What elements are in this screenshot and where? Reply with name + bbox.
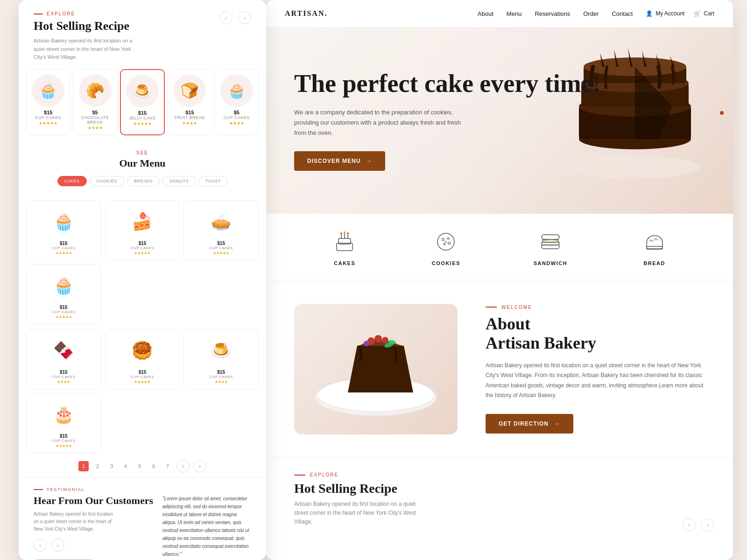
menu-item-image: 🥧 — [203, 205, 240, 238]
tab-toast[interactable]: TOAST — [198, 176, 227, 186]
dot-3[interactable] — [720, 126, 724, 130]
svg-point-21 — [347, 232, 349, 234]
tab-cookies[interactable]: COOKIES — [90, 176, 125, 186]
lp-nav-arrows: ‹ › — [219, 11, 251, 24]
table-row[interactable]: 🥧 $15 CUP CAKES ★★★★★ — [183, 200, 259, 260]
nav-link-order[interactable]: Order — [583, 10, 599, 17]
category-bread[interactable]: BREAD — [641, 228, 669, 266]
tab-donuts[interactable]: DONUTS — [162, 176, 196, 186]
test-next-arrow[interactable]: › — [51, 539, 64, 552]
explore-label: EXPLORE — [34, 11, 251, 16]
menu-item-name: CUP CAKES — [29, 310, 98, 314]
menu-item-name: CUP CAKES — [29, 246, 98, 250]
menu-item-price: $15 — [29, 370, 98, 375]
product-rating: ★★★★★ — [29, 121, 67, 126]
hero-text: The perfect cake every time! We are a co… — [294, 70, 705, 171]
account-icon: 👤 — [646, 10, 653, 17]
product-name: FRUIT BREAD — [171, 115, 208, 120]
tab-breads[interactable]: BREADS — [127, 176, 160, 186]
page-1[interactable]: 1 — [78, 461, 89, 471]
get-direction-label: GET DIRECTION — [499, 420, 549, 427]
about-section: WELCOME AboutArtisan Bakery Artisan Bake… — [266, 280, 733, 458]
category-cookies[interactable]: COOKIES — [432, 228, 460, 266]
bottom-description: Artisan Bakery opened its first location… — [294, 500, 425, 527]
table-row[interactable]: 🎂 $15 CUP CAKES ★★★★★ — [26, 393, 101, 453]
tab-cakes[interactable]: CAKES — [57, 176, 87, 186]
dot-2[interactable] — [720, 119, 724, 122]
nav-link-contact[interactable]: Contact — [612, 10, 633, 17]
menu-item-rating: ★★★★★ — [187, 251, 255, 255]
table-row[interactable]: 🍫 $15 CUP CAKES ★★★★ — [26, 329, 101, 389]
table-row[interactable]: 🧁 $15 CUP CAKES ★★★★★ — [26, 264, 101, 324]
sandwich-icon — [536, 228, 564, 256]
page-next-arrow[interactable]: › — [193, 460, 206, 473]
menu-item-rating: ★★★★ — [29, 380, 98, 384]
list-item[interactable]: 🧁 $5 CUP CAKES ★★★★ — [215, 69, 259, 135]
nav-link-reservations[interactable]: Reservations — [535, 10, 570, 17]
svg-point-37 — [382, 337, 388, 343]
product-image: 🧁 — [220, 74, 253, 107]
product-price: $15 — [124, 110, 161, 116]
menu-item-price: $15 — [108, 370, 177, 375]
direction-arrow-icon: → — [554, 420, 560, 427]
page-4[interactable]: 4 — [120, 461, 131, 471]
cart-button[interactable]: 🛒 Cart — [694, 10, 714, 17]
my-account-button[interactable]: 👤 My Account — [646, 10, 684, 17]
table-row[interactable]: 🧁 $15 CUP CAKES ★★★★★ — [26, 200, 101, 260]
about-description: Artisan Bakery opened its first location… — [486, 361, 705, 401]
menu-tabs: CAKES COOKIES BREADS DONUTS TOAST — [34, 176, 251, 186]
our-menu-section: SEE Our Menu CAKES COOKIES BREADS DONUTS… — [19, 143, 266, 200]
dot-1[interactable] — [720, 111, 724, 115]
table-row[interactable]: 🥮 $15 CUP CAKES ★★★★★ — [105, 329, 180, 389]
about-title: AboutArtisan Bakery — [486, 315, 705, 353]
next-arrow[interactable]: › — [238, 11, 251, 24]
svg-point-25 — [444, 243, 445, 245]
get-direction-button[interactable]: GET DIRECTION → — [486, 414, 573, 434]
page-6[interactable]: 6 — [148, 461, 159, 471]
menu-item-name: CUP CAKES — [29, 375, 98, 379]
nav-link-about[interactable]: About — [478, 10, 493, 17]
table-row[interactable]: 🍮 $15 CUP CAKES ★★★★ — [183, 329, 259, 389]
table-row[interactable]: 🍰 $15 CUP CAKES ★★★★★ — [105, 200, 180, 260]
cakes-icon — [331, 228, 359, 256]
menu-item-image: 🧁 — [45, 205, 82, 238]
product-name: CUP CAKES — [29, 115, 67, 120]
list-item[interactable]: 🥐 $5 CHOCOLATE BREAD ★★★★ — [73, 69, 117, 135]
cart-label: Cart — [704, 10, 714, 17]
svg-rect-30 — [542, 242, 559, 245]
menu-item-rating: ★★★★★ — [29, 444, 98, 448]
list-item[interactable]: 🧁 $15 CUP CAKES ★★★★★ — [26, 69, 70, 135]
right-panel: ARTISAN. About Menu Reservations Order C… — [266, 0, 733, 560]
menu-item-price: $15 — [108, 241, 177, 246]
test-prev-arrow[interactable]: ‹ — [34, 539, 47, 552]
menu-item-price: $15 — [29, 305, 98, 310]
page-7[interactable]: 7 — [162, 461, 173, 471]
left-panel: EXPLORE Hot Selling Recipe Artisan Baker… — [19, 0, 266, 560]
category-cakes[interactable]: CAKES — [331, 228, 359, 266]
prev-arrow[interactable]: ‹ — [219, 11, 233, 24]
product-price: $5 — [76, 110, 113, 115]
page-3[interactable]: 3 — [106, 461, 117, 471]
product-rating: ★★★★ — [218, 121, 255, 126]
menu-title: Our Menu — [34, 157, 251, 169]
nav-link-menu[interactable]: Menu — [507, 10, 522, 17]
list-item[interactable]: 🍮 $15 JELLY CAKE ★★★★★ — [120, 69, 165, 135]
menu-item-name: CUP CAKES — [187, 246, 255, 250]
pagination: 1 2 3 4 5 6 7 ‹ › — [19, 455, 266, 477]
page-2[interactable]: 2 — [92, 461, 103, 471]
category-cakes-label: CAKES — [334, 260, 355, 266]
page-5[interactable]: 5 — [134, 461, 145, 471]
list-item[interactable]: 🍞 $15 FRUIT BREAD ★★★★ — [168, 69, 211, 135]
menu-item-name: CUP CAKES — [187, 375, 255, 379]
bottom-next-arrow[interactable]: › — [701, 518, 714, 532]
menu-item-image: 🍫 — [45, 334, 82, 367]
bottom-prev-arrow[interactable]: ‹ — [683, 518, 696, 532]
menu-item-rating: ★★★★ — [187, 380, 255, 384]
menu-item-rating: ★★★★★ — [29, 315, 98, 319]
category-sandwich[interactable]: SANDWICH — [534, 228, 568, 266]
page-prev-arrow[interactable]: ‹ — [176, 460, 190, 473]
svg-point-19 — [340, 232, 342, 234]
about-image — [294, 304, 458, 434]
bread-icon — [641, 228, 669, 256]
discover-menu-button[interactable]: DISCOVER MENU → — [294, 151, 385, 171]
